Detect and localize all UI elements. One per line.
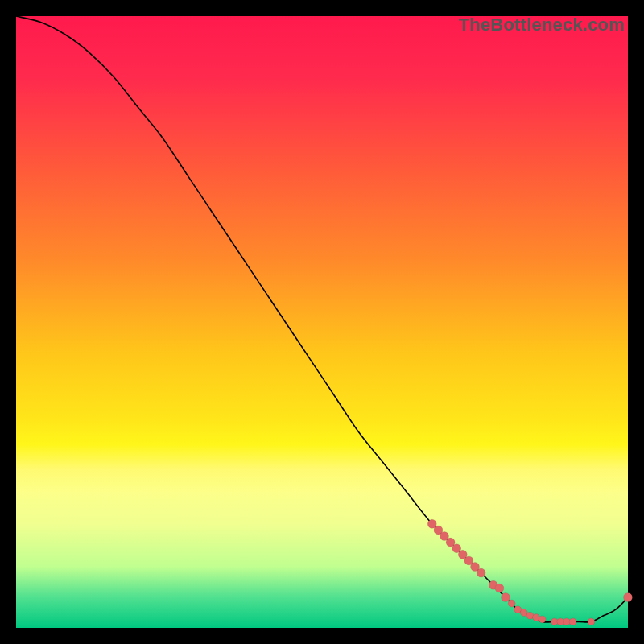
chart-svg bbox=[16, 16, 628, 628]
marker-dot bbox=[539, 616, 546, 623]
marker-dot bbox=[502, 593, 510, 602]
marker-group bbox=[427, 519, 632, 625]
chart-frame: { "watermark": "TheBottleneck.com", "col… bbox=[0, 0, 644, 644]
marker-dot bbox=[588, 618, 595, 625]
marker-dot bbox=[477, 568, 485, 577]
plot-area: TheBottleneck.com bbox=[16, 16, 628, 628]
marker-dot bbox=[624, 593, 633, 602]
marker-dot bbox=[508, 600, 515, 607]
marker-dot bbox=[569, 618, 576, 625]
marker-dot bbox=[495, 584, 504, 592]
curve-line bbox=[16, 16, 628, 622]
